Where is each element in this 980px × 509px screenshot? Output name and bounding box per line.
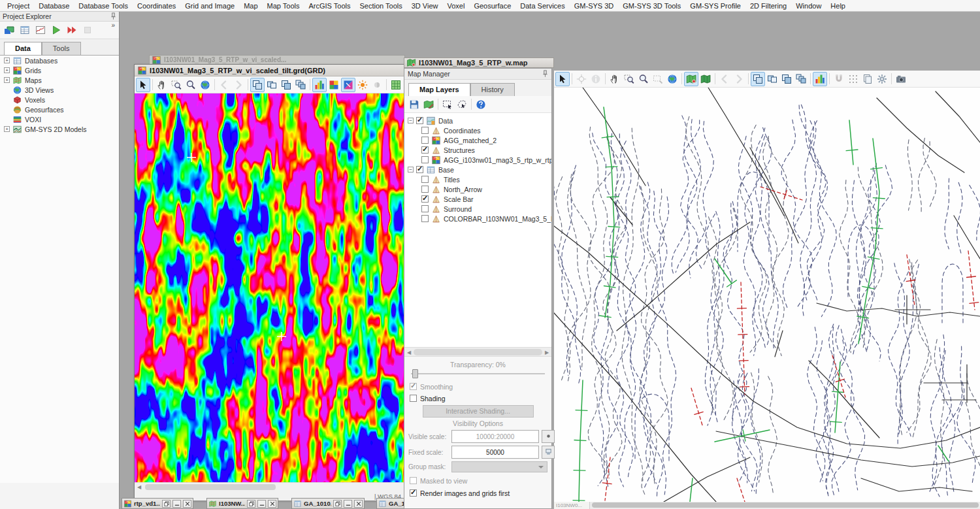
toolbar-overflow-chevron[interactable]: » [109,22,117,29]
menu-item-project[interactable]: Project [3,1,34,10]
layer-item-agg-i103nw01-mag3-5-rtp-w-rtp-vd1[interactable]: AGG_i103nw01_mag3_5_rtp_w_rtp_vd1 [404,155,551,165]
window-normal-icon[interactable] [751,72,765,86]
menu-item-grid-and-image[interactable]: Grid and Image [180,1,239,10]
layer-checkbox[interactable] [421,195,429,203]
expand-icon[interactable]: + [4,67,10,73]
layer-checkbox[interactable] [421,205,429,212]
menu-item-database-tools[interactable]: Database Tools [74,1,133,10]
minimize-button[interactable] [344,500,352,508]
smoothing-checkbox[interactable] [410,383,417,390]
layer-checkbox[interactable] [416,117,423,124]
layer-item-base[interactable]: −Base [404,165,551,174]
layer-checkbox[interactable] [421,215,429,222]
minimized-window-i103nw-[interactable]: I103NW... [206,498,278,509]
window-normal-icon[interactable] [250,78,265,92]
restore-button[interactable] [333,500,342,508]
menu-item-gm-sys-profile[interactable]: GM-SYS Profile [685,1,745,10]
layer-checkbox[interactable] [421,146,429,154]
menu-item-window[interactable]: Window [791,1,826,10]
expand-icon[interactable]: + [4,57,10,63]
window-pan-icon[interactable] [279,78,293,92]
camera-icon[interactable] [894,72,908,86]
close-button[interactable] [268,500,276,508]
layer-item-north-arrow[interactable]: North_Arrow [404,184,551,194]
window-pan-icon[interactable] [779,72,794,86]
profile-icon[interactable] [33,23,48,37]
close-button[interactable] [354,500,363,508]
tab-data[interactable]: Data [4,42,42,55]
zoom-dynamic-icon[interactable] [622,72,636,86]
minimize-button[interactable] [257,500,266,508]
fixed-scale-apply-button[interactable] [542,446,555,459]
project-icon[interactable] [2,23,16,37]
sidebar-item-gm-sys-2d-models[interactable]: +GM-SYS 2D Models [0,124,119,134]
grid-window-titlebar[interactable]: I103NW01_Mag3_5_RTP_w_vi_scaled_tilt.grd… [135,65,404,76]
map-group-2-icon[interactable] [698,72,713,86]
chevron-left-icon[interactable] [717,72,732,86]
background-window-titlebar[interactable]: I103NW01_Mag3_5_RTP_w_vi_scaled... [149,55,405,65]
collapse-icon[interactable]: − [408,118,414,123]
group-mask-dropdown[interactable] [451,461,547,472]
menu-item-map[interactable]: Map [239,1,262,10]
scroll-left-icon[interactable]: ◀ [405,349,413,356]
pan-hand-icon[interactable] [608,72,622,86]
interactive-shading-button[interactable]: Interactive Shading... [423,405,534,418]
layer-checkbox[interactable] [421,127,429,134]
select-rect-icon[interactable] [440,97,455,112]
sidebar-item-voxels[interactable]: Voxels [0,95,119,105]
scrollbar-thumb[interactable] [145,484,276,490]
map-manager-scrollbar[interactable]: ◀ ▶ [404,347,551,357]
minimized-window-ga-1010-[interactable]: GA_1010... [291,498,365,509]
grid-green-icon[interactable] [389,78,403,92]
menu-item-2d-filtering[interactable]: 2D Filtering [745,1,791,10]
pin-icon[interactable] [110,12,116,21]
run-green-icon[interactable] [49,23,63,37]
zoom-dynamic-icon[interactable] [169,78,184,92]
map-scroll-tab[interactable]: I103NW0... [554,502,590,509]
shading-checkbox-row[interactable]: Shading [404,393,551,403]
sidebar-item-voxi[interactable]: VOXI [0,114,119,124]
run-red-icon[interactable] [65,23,79,37]
magnify-icon[interactable] [184,78,198,92]
minimize-button[interactable] [172,500,181,508]
layer-checkbox[interactable] [421,137,429,144]
histogram-icon[interactable] [312,78,327,92]
menu-item-geosurface[interactable]: Geosurface [469,1,515,10]
restore-button[interactable] [247,500,255,508]
menu-item-database[interactable]: Database [34,1,74,10]
grid-image-view[interactable] [135,93,404,482]
layer-item-data[interactable]: −Data [404,116,551,125]
zoom-rect-icon[interactable] [651,72,665,86]
transparency-slider[interactable] [404,369,551,379]
database-icon[interactable] [18,23,32,37]
map-group-icon[interactable] [684,72,698,86]
fixed-scale-input[interactable] [451,446,539,459]
tab-tools[interactable]: Tools [42,42,81,55]
scrollbar-thumb[interactable] [414,349,542,355]
layer-item-colorbar-i103nw01-mag3-5-rtp-[interactable]: COLORBAR_I103NW01_Mag3_5_RTP... [404,214,551,223]
layer-item-agg-matched-2[interactable]: AGG_matched_2 [404,135,551,145]
menu-item-gm-sys-3d-tools[interactable]: GM-SYS 3D Tools [618,1,685,10]
magnify-icon[interactable] [636,72,651,86]
render-first-checkbox[interactable] [410,489,417,497]
color-transform-icon[interactable] [341,78,355,92]
menu-item-arcgis-tools[interactable]: ArcGIS Tools [304,1,355,10]
menu-item-section-tools[interactable]: Section Tools [355,1,406,10]
chevron-right-icon[interactable] [231,78,246,92]
map-window-titlebar[interactable]: I103NW01_Mag3_5_RTP_w.map [404,57,554,68]
sidebar-item-databases[interactable]: +Databases [0,56,119,65]
select-arrow-icon[interactable] [136,78,150,92]
shading-checkbox[interactable] [410,395,417,402]
restore-button[interactable] [162,500,171,508]
masked-to-view-checkbox[interactable] [410,477,417,484]
window-shift-icon[interactable] [265,78,279,92]
menu-item-voxel[interactable]: Voxel [442,1,469,10]
smoothing-checkbox-row[interactable]: Smoothing [404,382,551,391]
menu-item-gm-sys-3d[interactable]: GM-SYS 3D [570,1,619,10]
render-first-row[interactable]: Render images and grids first [404,488,551,498]
layer-checkbox[interactable] [421,156,429,163]
layer-item-surround[interactable]: Surround [404,204,551,214]
visible-scale-button[interactable] [542,430,555,443]
menu-item-help[interactable]: Help [826,1,850,10]
copy-group-icon[interactable] [860,72,875,86]
